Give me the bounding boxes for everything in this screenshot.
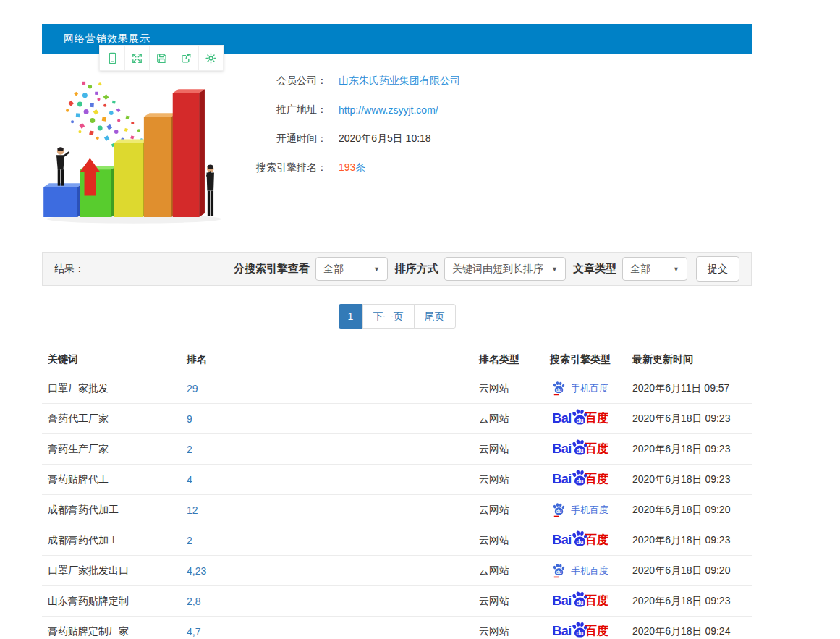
chevron-down-icon: ▼ [373,266,380,273]
fullscreen-button[interactable] [124,46,149,70]
svg-text:du: du [576,538,583,546]
rank-link[interactable]: 9 [181,413,473,425]
baidu-logo-cn: 百度 [585,472,608,487]
promo-url-link[interactable]: http://www.zsyyjt.com/ [339,104,438,116]
keyword-cell: 膏药生产厂家 [42,443,181,456]
sort-filter-select[interactable]: 关键词由短到长排序 ▼ [444,257,566,281]
baidu-logo-cn: 百度 [585,593,608,609]
page-1-button[interactable]: 1 [339,304,363,329]
mobile-preview-button[interactable] [100,46,124,70]
page: 网络营销效果展示 [0,0,840,639]
engine-cell: Bai du 百度 [528,439,627,460]
updated-cell: 2020年6月18日 09:20 [627,564,752,577]
baidu-logo-bai: Bai [552,411,572,426]
updated-cell: 2020年6月18日 09:23 [627,534,752,547]
chevron-down-icon: ▼ [551,266,558,273]
baidu-logo: Bai du 百度 [552,591,608,612]
keyword-cell: 膏药贴牌代工 [42,473,181,486]
settings-icon [205,52,217,64]
share-button[interactable] [174,46,198,70]
mobile-baidu-logo: du 手机百度 [552,502,608,517]
sort-filter-value: 关键词由短到长排序 [452,263,543,276]
table-row: 口罩厂家批发 29 云网站 du 手机百度 2020年6月11日 09:57 [42,373,752,404]
updated-cell: 2020年6月18日 09:23 [627,443,752,456]
svg-text:du: du [576,478,583,485]
next-page-button[interactable]: 下一页 [362,304,415,329]
rank-type-cell: 云网站 [473,534,528,547]
baidu-logo-bai: Bai [552,624,572,639]
mobile-baidu-logo: du 手机百度 [552,563,608,578]
table-header: 关键词 排名 排名类型 搜索引擎类型 最新更新时间 [42,346,752,373]
preview-toolbar [99,45,224,71]
engine-filter-label: 分搜索引擎查看 [234,262,310,276]
rank-count-number: 193 [339,161,355,173]
page-title: 网络营销效果展示 [42,33,150,46]
article-type-value: 全部 [630,263,650,276]
rank-link[interactable]: 4,23 [181,565,473,577]
rank-type-cell: 云网站 [473,473,528,486]
growth-chart-illustration [40,61,228,242]
updated-cell: 2020年6月18日 09:20 [627,504,752,517]
table-row: 山东膏药贴牌定制 2,8 云网站 Bai du 百度 2020年6月18日 09… [42,586,752,617]
engine-cell: Bai du 百度 [528,591,627,612]
baidu-logo-cn: 百度 [585,411,608,426]
rank-link[interactable]: 12 [181,504,473,516]
rank-type-cell: 云网站 [473,412,528,426]
article-type-label: 文章类型 [573,262,616,276]
table-row: 膏药贴牌定制厂家 4,7 云网站 Bai du 百度 2020年6月18日 09… [42,617,752,639]
baidu-logo-cn: 百度 [585,624,608,639]
mobile-baidu-label: 手机百度 [571,564,608,577]
info-row-company: 会员公司： 山东朱氏药业集团有限公司 [246,67,460,96]
article-type-select[interactable]: 全部 ▼ [622,257,687,281]
rank-type-cell: 云网站 [473,382,528,395]
updated-cell: 2020年6月18日 09:23 [627,412,752,426]
engine-cell: du 手机百度 [528,563,627,578]
result-label: 结果： [54,263,85,276]
baidu-logo: Bai du 百度 [552,469,608,490]
last-page-button[interactable]: 尾页 [414,304,456,329]
rank-link[interactable]: 2 [181,535,473,546]
engine-filter-select[interactable]: 全部 ▼ [315,257,388,281]
rank-count-label: 搜索引擎排名： [246,161,327,174]
keyword-cell: 膏药贴牌定制厂家 [42,625,181,638]
chevron-down-icon: ▼ [673,266,679,273]
submit-button[interactable]: 提交 [696,256,739,282]
svg-text:du: du [576,599,583,606]
mobile-baidu-label: 手机百度 [571,504,608,517]
baidu-logo-bai: Bai [552,441,572,457]
rank-link[interactable]: 29 [181,383,473,394]
baidu-logo-cn: 百度 [585,533,608,548]
rank-link[interactable]: 4 [181,474,473,486]
sort-filter-label: 排序方式 [395,262,438,276]
column-updated: 最新更新时间 [627,353,752,366]
filter-bar: 结果： 分搜索引擎查看 全部 ▼ 排序方式 关键词由短到长排序 ▼ 文章类型 全… [42,252,752,286]
save-button[interactable] [149,46,174,70]
info-row-opened: 开通时间： 2020年6月5日 10:18 [246,124,460,153]
rank-link[interactable]: 2 [181,444,473,455]
settings-button[interactable] [198,46,223,70]
results-table: 关键词 排名 排名类型 搜索引擎类型 最新更新时间 口罩厂家批发 29 云网站 … [42,346,752,639]
rank-link[interactable]: 4,7 [181,626,473,638]
save-icon [156,52,168,64]
engine-filter-value: 全部 [323,263,344,276]
column-rank: 排名 [181,353,473,366]
engine-cell: Bai du 百度 [528,469,627,490]
updated-cell: 2020年6月18日 09:23 [627,473,752,486]
svg-text:du: du [556,570,562,575]
updated-cell: 2020年6月18日 09:23 [627,595,752,608]
rank-count-unit: 条 [355,161,365,173]
baidu-logo-bai: Bai [552,472,572,487]
share-icon [180,52,192,64]
open-time-value: 2020年6月5日 10:18 [339,132,431,145]
rank-link[interactable]: 2,8 [181,596,473,607]
table-row: 膏药贴牌代工 4 云网站 Bai du 百度 2020年6月18日 09:23 [42,465,752,495]
mobile-baidu-paw-icon: du [552,563,566,578]
svg-text:du: du [576,630,583,637]
column-engine-type: 搜索引擎类型 [528,353,627,366]
keyword-cell: 口罩厂家批发出口 [42,564,181,577]
table-row: 成都膏药代加工 12 云网站 du 手机百度 2020年6月18日 09:20 [42,495,752,525]
company-link[interactable]: 山东朱氏药业集团有限公司 [339,75,460,88]
engine-cell: du 手机百度 [528,502,627,517]
keyword-cell: 山东膏药贴牌定制 [42,595,181,608]
baidu-logo: Bai du 百度 [552,408,608,429]
